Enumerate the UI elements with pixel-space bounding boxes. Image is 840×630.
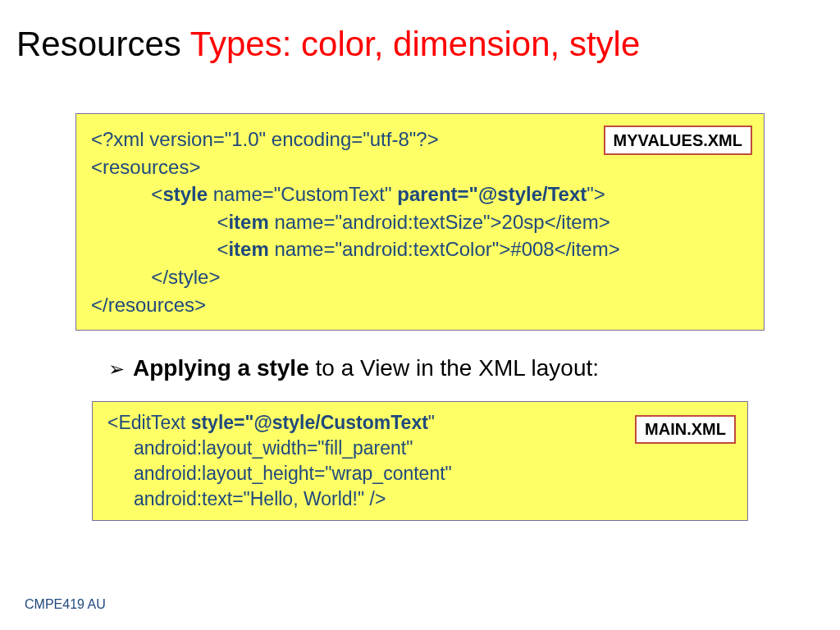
- bullet-rest: to a View in the XML layout:: [309, 355, 599, 381]
- code-line: </style>: [91, 263, 749, 291]
- code-line: <item name="android:textSize">20sp</item…: [91, 208, 749, 236]
- bullet-bold: Applying a style: [133, 355, 309, 381]
- footer-text: CMPE419 AU: [25, 597, 106, 612]
- code-line: <item name="android:textColor">#008</ite…: [91, 235, 749, 263]
- code-line: <style name="CustomText" parent="@style/…: [91, 180, 749, 208]
- code-line: android:text="Hello, World!" />: [107, 486, 733, 512]
- badge-myvalues: MYVALUES.XML: [604, 126, 752, 155]
- code-line: <resources>: [91, 153, 749, 181]
- slide: Resources Types: color, dimension, style…: [0, 0, 840, 630]
- title-part2: Types: color, dimension, style: [190, 25, 641, 63]
- title-part1: Resources: [16, 25, 190, 63]
- slide-title: Resources Types: color, dimension, style: [16, 25, 824, 64]
- code-box-myvalues: MYVALUES.XML <?xml version="1.0" encodin…: [75, 113, 765, 331]
- code-line: </resources>: [91, 291, 749, 319]
- code-line: android:layout_height="wrap_content": [107, 461, 733, 486]
- code-box-main: MAIN.XML <EditText style="@style/CustomT…: [92, 401, 748, 521]
- bullet-line: ➢ Applying a style to a View in the XML …: [75, 355, 765, 381]
- bullet-arrow-icon: ➢: [108, 358, 125, 381]
- badge-main: MAIN.XML: [635, 415, 736, 444]
